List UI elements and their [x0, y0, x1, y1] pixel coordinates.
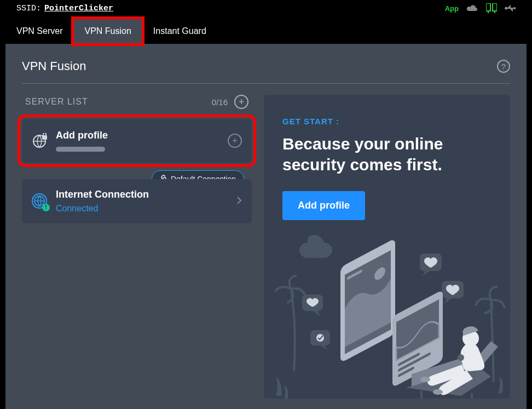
add-profile-text: Add profile — [56, 130, 220, 152]
page-body: VPN Fusion ? SERVER LIST 0/16 + — [5, 44, 527, 409]
add-profile-button[interactable]: Add profile — [282, 191, 365, 220]
svg-rect-0 — [486, 3, 490, 11]
columns: SERVER LIST 0/16 + — [22, 95, 510, 399]
globe-lock-icon — [32, 133, 48, 149]
svg-point-5 — [505, 7, 508, 10]
internet-status: Connected — [56, 204, 229, 214]
server-list-header: SERVER LIST 0/16 + — [22, 95, 252, 109]
internet-connection-card[interactable]: ! Internet Connection Connected — [22, 179, 252, 223]
svg-rect-6 — [514, 7, 516, 9]
tab-label: VPN Fusion — [84, 26, 131, 36]
server-list-right: 0/16 + — [212, 95, 248, 109]
ssid-label: SSID: — [16, 4, 41, 13]
get-start-label: GET START : — [282, 117, 491, 126]
page-title: VPN Fusion — [22, 59, 86, 73]
svg-point-28 — [433, 389, 443, 395]
status-dot-icon: ! — [42, 204, 50, 211]
tab-bar: VPN Server VPN Fusion Instant Guard — [5, 19, 532, 44]
add-profile-title: Add profile — [56, 130, 220, 141]
tab-instant-guard[interactable]: Instant Guard — [142, 19, 217, 44]
svg-rect-1 — [493, 3, 497, 11]
top-bar: SSID: PointerClicker App — [0, 0, 532, 15]
tab-vpn-fusion[interactable]: VPN Fusion — [73, 19, 142, 44]
network-icon[interactable] — [486, 3, 497, 13]
internet-title: Internet Connection — [56, 189, 229, 200]
add-profile-plus-icon[interactable]: + — [228, 134, 242, 148]
hero-line1: Because your online — [282, 135, 443, 153]
hero-illustration — [275, 223, 510, 399]
top-icons: App — [445, 3, 516, 13]
add-profile-button-label: Add profile — [298, 200, 350, 211]
server-list-title: SERVER LIST — [25, 97, 88, 107]
tab-label: Instant Guard — [153, 26, 206, 36]
svg-rect-8 — [42, 135, 47, 140]
internet-card-wrap: Default Connection ! — [22, 179, 252, 223]
ssid-display: SSID: PointerClicker — [16, 4, 113, 13]
svg-point-14 — [316, 334, 324, 342]
help-icon[interactable]: ? — [497, 60, 510, 73]
app-indicator[interactable]: App — [445, 4, 459, 13]
server-list-count: 0/16 — [212, 97, 228, 107]
page-header: VPN Fusion ? — [22, 59, 510, 84]
tab-vpn-server[interactable]: VPN Server — [5, 19, 73, 44]
hero-line2: security comes first. — [282, 155, 442, 174]
add-server-icon[interactable]: + — [234, 95, 248, 109]
internet-text: Internet Connection Connected — [56, 189, 229, 214]
cloud-icon[interactable] — [466, 4, 478, 13]
add-profile-card[interactable]: Add profile + — [22, 119, 252, 163]
svg-point-29 — [458, 354, 464, 361]
tab-label: VPN Server — [16, 26, 62, 36]
hero-heading: Because your online security comes first… — [282, 134, 491, 175]
usb-icon[interactable] — [505, 4, 516, 12]
add-profile-bar — [56, 147, 105, 152]
chevron-right-icon[interactable] — [236, 195, 242, 208]
globe-status-icon: ! — [32, 193, 48, 210]
left-column: SERVER LIST 0/16 + — [22, 95, 252, 399]
right-panel: GET START : Because your online security… — [264, 95, 510, 399]
svg-point-27 — [420, 377, 430, 382]
ssid-value[interactable]: PointerClicker — [44, 4, 113, 13]
